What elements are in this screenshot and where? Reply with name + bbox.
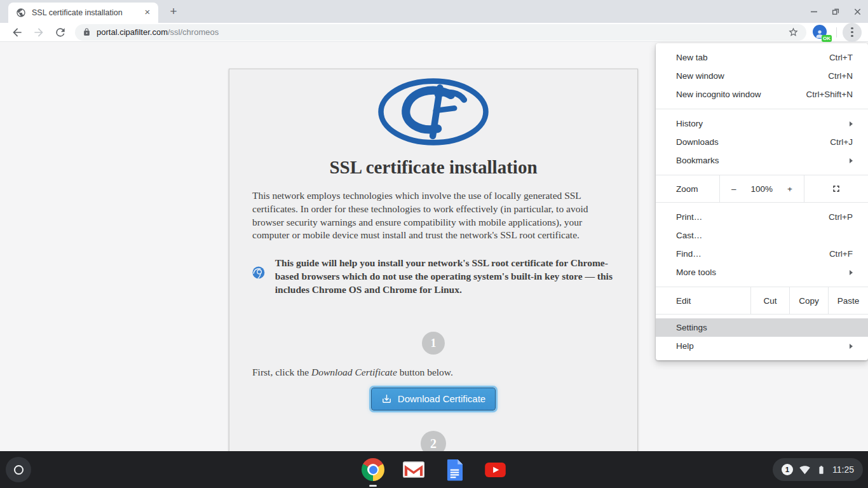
menu-shortcut: Ctrl+F [829, 249, 853, 259]
screen: SSL certificate installation × + portal.… [0, 0, 868, 488]
profile-avatar[interactable]: OK [813, 25, 828, 40]
shelf-app-chrome[interactable] [362, 458, 384, 481]
chromium-icon [252, 257, 265, 288]
menu-item-more-tools[interactable]: More tools [656, 263, 868, 281]
restore-button[interactable] [830, 6, 841, 17]
launcher-icon [14, 465, 24, 475]
download-certificate-button[interactable]: Download Certificate [371, 388, 496, 410]
shelf-apps [362, 458, 506, 481]
cipafilter-logo [252, 77, 614, 149]
menu-item-new-tab[interactable]: New tabCtrl+T [656, 48, 868, 67]
submenu-arrow-icon [850, 344, 853, 349]
menu-label: New incognito window [676, 90, 761, 99]
submenu-arrow-icon [850, 158, 853, 163]
guide-block: This guide will help you install your ne… [252, 257, 614, 296]
docs-icon [446, 459, 463, 481]
zoom-label: Zoom [656, 175, 720, 202]
bookmark-star-icon[interactable] [788, 27, 799, 37]
menu-label: Bookmarks [676, 156, 719, 165]
download-icon [381, 393, 392, 404]
gmail-icon [403, 461, 424, 478]
download-button-label: Download Certificate [398, 393, 485, 404]
guide-text: This guide will help you install your ne… [275, 257, 614, 296]
step-1-text-pre: First, click the [252, 367, 311, 377]
back-button[interactable] [11, 26, 24, 39]
menu-zoom-row: Zoom – 100% + [656, 175, 868, 202]
launcher-button[interactable] [6, 457, 31, 482]
battery-icon [817, 465, 826, 475]
zoom-controls: – 100% + [720, 175, 804, 202]
zoom-level: 100% [751, 184, 773, 194]
shelf-app-youtube[interactable] [484, 458, 506, 481]
shelf: 1 11:25 [0, 451, 868, 488]
menu-separator [656, 314, 868, 315]
menu-label: History [676, 119, 703, 128]
toolbar-separator [836, 27, 837, 37]
paste-button[interactable]: Paste [829, 287, 868, 314]
intro-paragraph: This network employs technologies which … [252, 189, 614, 242]
url-host: portal.cipafilter.com [97, 27, 168, 37]
browser-tab[interactable]: SSL certificate installation × [8, 3, 158, 23]
active-app-indicator [369, 485, 377, 487]
menu-label: Cast… [676, 231, 702, 240]
menu-item-print[interactable]: Print…Ctrl+P [656, 208, 868, 226]
menu-shortcut: Ctrl+Shift+N [806, 90, 853, 99]
zoom-out-button[interactable]: – [731, 184, 736, 194]
menu-item-help[interactable]: Help [656, 337, 868, 355]
menu-item-settings[interactable]: Settings [656, 318, 868, 337]
forward-button[interactable] [32, 26, 45, 39]
new-tab-button[interactable]: + [166, 5, 180, 19]
menu-item-new-window[interactable]: New windowCtrl+N [656, 67, 868, 85]
edit-label: Edit [656, 287, 751, 314]
shelf-app-gmail[interactable] [402, 458, 425, 481]
menu-item-new-incognito-window[interactable]: New incognito windowCtrl+Shift+N [656, 85, 868, 104]
step-1-badge: 1 [422, 332, 445, 355]
menu-item-cast[interactable]: Cast… [656, 226, 868, 245]
tab-strip: SSL certificate installation × + [0, 0, 868, 23]
page-title: SSL certificate installation [252, 157, 614, 178]
zoom-in-button[interactable]: + [787, 184, 792, 194]
fullscreen-button[interactable] [804, 175, 868, 202]
menu-shortcut: Ctrl+J [830, 137, 853, 147]
tab-close-icon[interactable]: × [142, 7, 153, 18]
menu-item-downloads[interactable]: DownloadsCtrl+J [656, 133, 868, 151]
submenu-arrow-icon [850, 121, 853, 126]
chrome-icon [362, 458, 384, 481]
menu-label: Downloads [676, 137, 719, 147]
menu-item-bookmarks[interactable]: Bookmarks [656, 151, 868, 170]
browser-menu-button[interactable] [843, 23, 862, 42]
menu-label: More tools [676, 268, 716, 277]
status-tray[interactable]: 1 11:25 [773, 458, 863, 481]
menu-separator [656, 109, 868, 109]
menu-item-history[interactable]: History [656, 114, 868, 133]
menu-label: Help [676, 341, 694, 351]
step-1-text: First, click the Download Certificate bu… [252, 367, 614, 378]
minimize-button[interactable] [808, 6, 820, 17]
browser-toolbar: portal.cipafilter.com/ssl/chromeos OK [0, 23, 868, 42]
download-button-row: Download Certificate [252, 388, 614, 410]
shelf-app-docs[interactable] [443, 458, 466, 481]
menu-separator [656, 202, 868, 203]
lock-icon [83, 28, 91, 36]
menu-label: New window [676, 71, 724, 81]
globe-favicon-icon [16, 8, 26, 18]
notification-count-badge: 1 [782, 464, 793, 475]
menu-item-find[interactable]: Find…Ctrl+F [656, 245, 868, 263]
url-path: /ssl/chromeos [168, 27, 219, 37]
address-bar[interactable]: portal.cipafilter.com/ssl/chromeos [75, 24, 806, 41]
menu-label: Find… [676, 249, 702, 259]
window-controls [808, 0, 863, 23]
cut-button[interactable]: Cut [751, 287, 790, 314]
youtube-icon [485, 463, 506, 477]
menu-edit-row: Edit Cut Copy Paste [656, 287, 868, 314]
copy-button[interactable]: Copy [790, 287, 829, 314]
menu-shortcut: Ctrl+T [829, 53, 853, 62]
reload-button[interactable] [54, 26, 67, 39]
browser-menu: New tabCtrl+T New windowCtrl+N New incog… [656, 43, 868, 360]
step-1-text-post: button below. [397, 367, 453, 377]
menu-label: Print… [676, 212, 702, 222]
clock: 11:25 [832, 464, 854, 475]
close-button[interactable] [851, 6, 863, 17]
content-card: SSL certificate installation This networ… [229, 69, 638, 451]
menu-shortcut: Ctrl+N [828, 71, 853, 81]
